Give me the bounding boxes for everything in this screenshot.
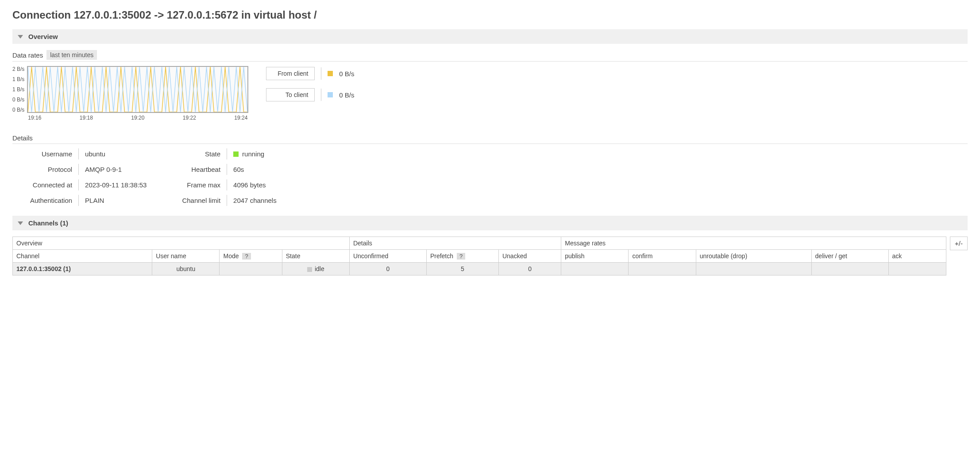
yaxis-tick: 1 B/s [12,76,24,82]
swatch-to-client-icon [328,92,333,97]
swatch-from-client-icon [328,71,333,76]
yaxis-tick: 1 B/s [12,86,24,93]
table-column-header[interactable]: Prefetch ? [426,250,498,263]
detail-value: running [227,148,294,159]
detail-label: Channel limit [164,195,227,206]
table-column-header[interactable]: Channel [13,250,152,263]
yaxis-tick: 0 B/s [12,107,24,113]
table-column-header[interactable]: State [282,250,349,263]
table-cell [629,263,696,275]
table-column-header[interactable]: Unconfirmed [349,250,426,263]
table-cell [811,263,888,275]
channels-section-title: Channels (1) [28,219,68,227]
detail-value: AMQP 0-9-1 [79,164,164,175]
table-column-header[interactable]: Unacked [498,250,561,263]
table-cell [561,263,629,275]
table-row[interactable]: 127.0.0.1:35002 (1)ubuntuidle050 [13,263,946,275]
table-group-header: Overview [13,237,350,250]
chevron-down-icon [18,221,23,225]
table-column-header[interactable]: publish [561,250,629,263]
channels-table: OverviewDetailsMessage rates ChannelUser… [12,237,946,275]
table-cell: idle [282,263,349,275]
details-heading: Details [12,134,968,144]
xaxis-tick: 19:16 [28,115,41,121]
channels-section-toggle[interactable]: Channels (1) [12,216,968,230]
legend-from-client-button[interactable]: From client [266,67,315,80]
xaxis-tick: 19:20 [131,115,144,121]
table-cell: 5 [426,263,498,275]
chevron-down-icon [18,35,23,39]
detail-label: Protocol [12,164,79,175]
xaxis-tick: 19:22 [183,115,196,121]
table-cell [888,263,946,275]
legend-from-client-value: 0 B/s [339,70,354,78]
legend-to-client-value: 0 B/s [339,91,354,99]
detail-label: Frame max [164,179,227,190]
detail-label: Authentication [12,195,79,206]
table-cell: ubuntu [152,263,220,275]
table-group-header: Details [349,237,561,250]
divider [321,67,321,80]
overview-section-title: Overview [28,33,58,40]
table-cell: 0 [498,263,561,275]
detail-value: 4096 bytes [227,179,294,190]
help-icon[interactable]: ? [457,253,465,260]
data-rates-chart: 2 B/s1 B/s1 B/s0 B/s0 B/s 19:1619:1819:2… [12,66,248,121]
overview-section-toggle[interactable]: Overview [12,29,968,44]
help-icon[interactable]: ? [242,253,251,260]
data-rates-label: Data rates [12,51,43,59]
divider [321,89,321,101]
xaxis-tick: 19:24 [234,115,247,121]
detail-label: Connected at [12,179,79,190]
data-rates-heading: Data rates last ten minutes [12,50,968,62]
table-cell: 127.0.0.1:35002 (1) [13,263,152,275]
detail-value: 2047 channels [227,195,294,206]
table-column-header[interactable]: ack [888,250,946,263]
detail-label: Heartbeat [164,164,227,175]
table-cell [220,263,282,275]
table-group-header: Message rates [561,237,946,250]
detail-label: State [164,148,227,159]
yaxis-tick: 0 B/s [12,97,24,103]
state-indicator-icon [307,267,312,272]
detail-label: Username [12,148,79,159]
detail-value: PLAIN [79,195,164,206]
table-column-header[interactable]: confirm [629,250,696,263]
table-column-header[interactable]: deliver / get [811,250,888,263]
chart-legend: From client 0 B/s To client 0 B/s [266,66,354,101]
table-cell [696,263,811,275]
state-indicator-icon [233,151,239,157]
legend-to-client-button[interactable]: To client [266,88,315,101]
columns-toggle-button[interactable]: +/- [950,237,968,250]
detail-value: 60s [227,164,294,175]
detail-value: ubuntu [79,148,164,159]
table-column-header[interactable]: Mode ? [220,250,282,263]
table-column-header[interactable]: unroutable (drop) [696,250,811,263]
table-cell: 0 [349,263,426,275]
xaxis-tick: 19:18 [80,115,93,121]
data-rates-range-select[interactable]: last ten minutes [46,50,97,60]
table-column-header[interactable]: User name [152,250,220,263]
page-title: Connection 127.0.0.1:35002 -> 127.0.0.1:… [12,9,968,21]
detail-value: 2023-09-11 18:38:53 [79,179,164,190]
yaxis-tick: 2 B/s [12,66,24,72]
